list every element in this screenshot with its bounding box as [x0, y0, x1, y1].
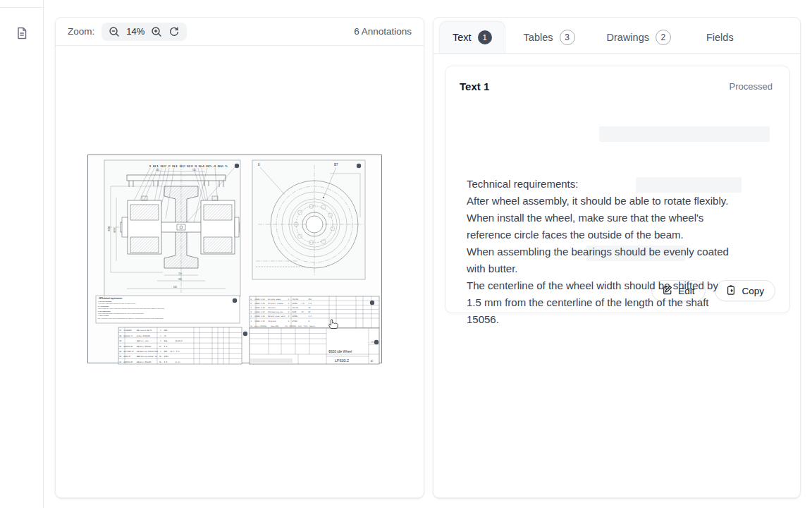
- tab-text[interactable]: Text 1: [439, 21, 505, 53]
- svg-text:B4 GB5783-86 BB/Bolt M20X6: B4 GB5783-86 BB/Bolt M20X60 12 8.8: [120, 346, 168, 348]
- svg-text:B2 GB93-87 BBB/Spring wa: B2 GB93-87 BBB/Spring washer 16 18 65Mn: [120, 356, 169, 358]
- text-highlight: [599, 126, 770, 142]
- annotation-dot-4[interactable]: [370, 301, 374, 305]
- title-part-name: Φ630 idle Wheel: [328, 350, 352, 353]
- tab-drawings[interactable]: Drawings 2: [605, 21, 672, 53]
- annotation-dot-2[interactable]: [357, 164, 361, 168]
- zoom-in-button[interactable]: [151, 26, 162, 37]
- svg-text:The centerline of the wheel wi: The centerline of the wheel width should…: [98, 318, 164, 319]
- svg-text:When assembling the bearings s: When assembling the bearings should be e…: [98, 313, 144, 314]
- svg-text:After wheel assembly it should: After wheel assembly it should be able t…: [98, 303, 136, 304]
- extracted-text-content: Technical requirements: After wheel asse…: [467, 178, 729, 325]
- title-drawing-no: LF630.2: [335, 358, 349, 363]
- zoom-label: Zoom:: [68, 26, 94, 37]
- svg-text:6 LF630.2-01 GL/idle wheel: 6 LF630.2-01 GL/idle wheel 1 42CrMo 251: [251, 298, 312, 301]
- dim-top1: 265: [156, 169, 159, 171]
- drawing-parts-table: B7 JC160805 BB/nozzle GB/T1 2 KM6 B6 GB1…: [118, 327, 242, 364]
- svg-text:1. ZPYQ/Assembly:: 1. ZPYQ/Assembly:: [98, 301, 112, 302]
- tab-text-label: Text: [453, 32, 472, 43]
- svg-text:4 LF630.2-02 CZ/shaft: 4 LF630.2-02 CZ/shaft 1 40CrMo 36: [251, 307, 311, 309]
- tab-tables-label: Tables: [524, 32, 553, 43]
- svg-text:1 LF630.1-51 YG/gland: 1 LF630.1-51 YG/gland 2 HT200 8: [251, 320, 310, 322]
- text-highlight: [636, 177, 742, 193]
- svg-text:3. ZCYQ/Bearing:: 3. ZCYQ/Bearing:: [98, 310, 111, 312]
- tab-text-badge: 1: [478, 30, 492, 44]
- document-preview-area[interactable]: 1 B1 B2 2 B1 B2 B3 3 B4 B5 4 B6 5: [56, 46, 424, 498]
- extracted-text: Technical requirements: After wheel asse…: [467, 108, 771, 328]
- dim-bottom2: 260: [178, 278, 182, 281]
- dim-left2: Φ560: [113, 227, 116, 233]
- title-scale: 1:6: [371, 341, 374, 344]
- svg-text:B6 GB1096-79 B/Key 8X50X68: B6 GB1096-79 B/Key 8X50X68 1 45: [120, 335, 167, 337]
- dim-top2: 520: [192, 169, 196, 171]
- svg-text:B3 GB/T288-94 BA/Bearing 22: B3 GB/T288-94 BA/Bearing 22312C/W33 2 BM…: [120, 351, 180, 353]
- sidebar-header-strip: [0, 0, 43, 8]
- card-title: Text 1: [460, 80, 489, 92]
- dim-left1: Φ680: [108, 226, 111, 231]
- svg-text:B7 JC160805 BB/nozzle GB/: B7 JC160805 BB/nozzle GB/T1 2 KM6: [120, 329, 168, 332]
- document-icon[interactable]: [15, 26, 29, 40]
- section-callout-labels: 1 B1 B2 2 B1 B2 B3 3 B4 B5 4 B6 5: [149, 164, 228, 168]
- annotation-dot-3[interactable]: [233, 298, 237, 303]
- svg-text:2 LF630.1-61 DG/end cover: 2 LF630.1-61 DG/end cover weld 2 Q235B 3…: [251, 315, 312, 318]
- drawing-front-view: 6 B7: [252, 160, 365, 279]
- app-window: Zoom: 14% 6: [0, 0, 812, 508]
- tab-drawings-badge: 2: [656, 30, 671, 45]
- drawing-bom-table: 6 LF630.2-01 GL/idle wheel 1 42CrMo 251 …: [250, 296, 379, 328]
- svg-text:5 LF630.1-52 ZT/shaft slee: 5 LF630.1-52 ZT/shaft sleeve 1 Q235A 1.5…: [251, 303, 312, 305]
- annotation-dot-1[interactable]: [235, 164, 239, 168]
- svg-text:JS/Technical requirements:: JS/Technical requirements:: [99, 297, 123, 300]
- svg-text:2. AZYQ/Install:: 2. AZYQ/Install:: [98, 306, 109, 307]
- dim-bottom1: 150: [178, 272, 182, 275]
- annotation-dot-5[interactable]: [243, 332, 247, 336]
- engineering-drawing[interactable]: 1 B1 B2 2 B1 B2 B3 3 B4 B5 4 B6 5: [87, 154, 383, 365]
- status-badge: Processed: [730, 81, 773, 92]
- svg-text:B5 BBB/oil seal: B5 BBB/oil seal 2 B&B 50x68-8: [120, 340, 183, 342]
- tab-bar: Text 1 Tables 3 Drawings 2 Fields: [433, 18, 800, 54]
- svg-text:3 LF630.1-07 ZCX/bearing b: 3 LF630.1-07 ZCX/bearing box 2 ZG35 43 8…: [251, 311, 311, 313]
- tab-fields-label: Fields: [706, 32, 734, 43]
- document-viewer-panel: Zoom: 14% 6: [55, 17, 424, 498]
- tab-tables[interactable]: Tables 3: [522, 21, 577, 53]
- svg-text:4. ZXPY/Offset:: 4. ZXPY/Offset:: [98, 315, 109, 316]
- tab-tables-badge: 3: [560, 30, 575, 45]
- svg-text:B1 GB5783-85 BB/Bolt M16X8: B1 GB5783-85 BB/Bolt M16X85 18 8.8 2(+0): [120, 361, 180, 363]
- annotation-dot-6[interactable]: [374, 340, 379, 344]
- zoom-out-button[interactable]: [109, 26, 120, 37]
- title-sheet: A2: [371, 360, 374, 363]
- tab-fields[interactable]: Fields: [705, 21, 735, 53]
- left-sidebar: [0, 0, 44, 508]
- zoom-reset-icon[interactable]: [168, 26, 180, 37]
- text-result-card: Text 1 Processed Technical requirements:…: [445, 66, 790, 313]
- dim-bottom3: 640: [173, 286, 177, 289]
- drawing-tech-requirements: JS/Technical requirements: 1. ZPYQ/Assem…: [96, 296, 240, 323]
- drawing-title-block: Φ630 idle Wheel LF630.2 1:6 A2: [250, 328, 379, 364]
- front-callout-b7: B7: [334, 163, 338, 167]
- zoom-level-value: 14%: [126, 26, 144, 37]
- tab-drawings-label: Drawings: [607, 32, 649, 43]
- extraction-panel: Text 1 Tables 3 Drawings 2 Fields Text 1…: [433, 17, 801, 498]
- viewer-toolbar: Zoom: 14% 6: [56, 18, 424, 46]
- zoom-controls: 14%: [102, 23, 187, 41]
- annotations-count: 6 Annotations: [354, 26, 412, 37]
- drawing-section-view: 1 B1 B2 2 B1 B2 B3 3 B4 B5 4 B6 5: [104, 160, 240, 296]
